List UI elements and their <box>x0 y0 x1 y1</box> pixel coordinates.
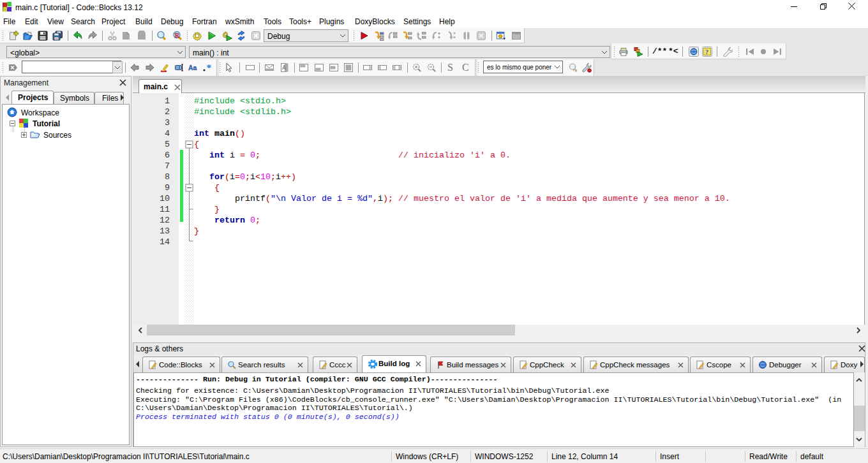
svg-text:Aa: Aa <box>188 64 197 71</box>
svg-text:?: ? <box>705 48 708 55</box>
svg-text:R: R <box>175 32 180 39</box>
